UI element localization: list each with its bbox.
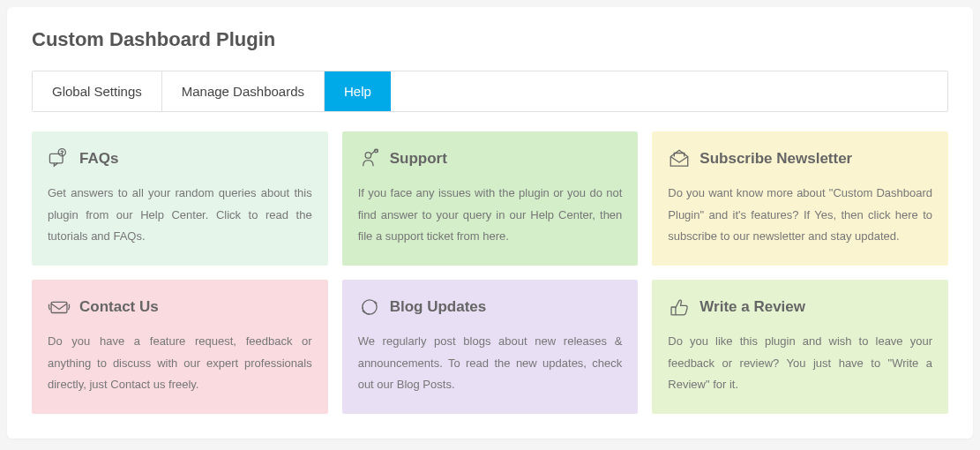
card-body: We regularly post blogs about new releas… xyxy=(358,331,623,396)
tab-global-settings[interactable]: Global Settings xyxy=(33,71,162,111)
review-icon xyxy=(668,296,691,319)
svg-point-2 xyxy=(62,154,63,155)
svg-point-3 xyxy=(365,153,371,159)
tab-help[interactable]: Help xyxy=(325,71,391,111)
card-title: Write a Review xyxy=(699,298,805,316)
card-title: Support xyxy=(390,150,447,168)
card-title: Contact Us xyxy=(79,298,159,316)
card-faqs[interactable]: FAQs Get answers to all your random quer… xyxy=(32,131,328,266)
card-support[interactable]: Support If you face any issues with the … xyxy=(342,131,639,266)
card-header: FAQs xyxy=(48,147,312,170)
svg-rect-5 xyxy=(51,302,67,312)
tab-manage-dashboards[interactable]: Manage Dashboards xyxy=(162,71,325,111)
card-body: Do you like this plugin and wish to leav… xyxy=(668,331,932,396)
card-body: Do you have a feature request, feedback … xyxy=(48,331,312,396)
tabs-bar: Global Settings Manage Dashboards Help xyxy=(32,71,948,112)
card-header: Write a Review xyxy=(668,296,932,319)
svg-point-4 xyxy=(374,149,378,153)
card-body: Get answers to all your random queries a… xyxy=(48,183,312,248)
card-body: Do you want know more about "Custom Dash… xyxy=(668,183,932,248)
svg-rect-6 xyxy=(671,307,676,315)
newsletter-icon xyxy=(668,147,691,170)
card-contact[interactable]: Contact Us Do you have a feature request… xyxy=(32,280,328,414)
blog-icon xyxy=(358,296,381,319)
contact-icon xyxy=(48,296,71,319)
card-header: Blog Updates xyxy=(358,296,623,319)
main-panel: Custom Dashboard Plugin Global Settings … xyxy=(7,7,973,439)
support-icon xyxy=(358,147,381,170)
card-title: FAQs xyxy=(79,150,118,168)
cards-grid: FAQs Get answers to all your random quer… xyxy=(32,131,948,414)
card-body: If you face any issues with the plugin o… xyxy=(358,183,623,248)
card-header: Subscribe Newsletter xyxy=(668,147,932,170)
card-title: Blog Updates xyxy=(390,298,487,316)
faq-icon xyxy=(48,147,71,170)
page-title: Custom Dashboard Plugin xyxy=(32,28,948,51)
card-review[interactable]: Write a Review Do you like this plugin a… xyxy=(652,280,948,414)
card-header: Support xyxy=(358,147,623,170)
card-header: Contact Us xyxy=(48,296,312,319)
card-newsletter[interactable]: Subscribe Newsletter Do you want know mo… xyxy=(652,131,948,266)
card-blog[interactable]: Blog Updates We regularly post blogs abo… xyxy=(342,280,639,414)
card-title: Subscribe Newsletter xyxy=(699,150,852,168)
